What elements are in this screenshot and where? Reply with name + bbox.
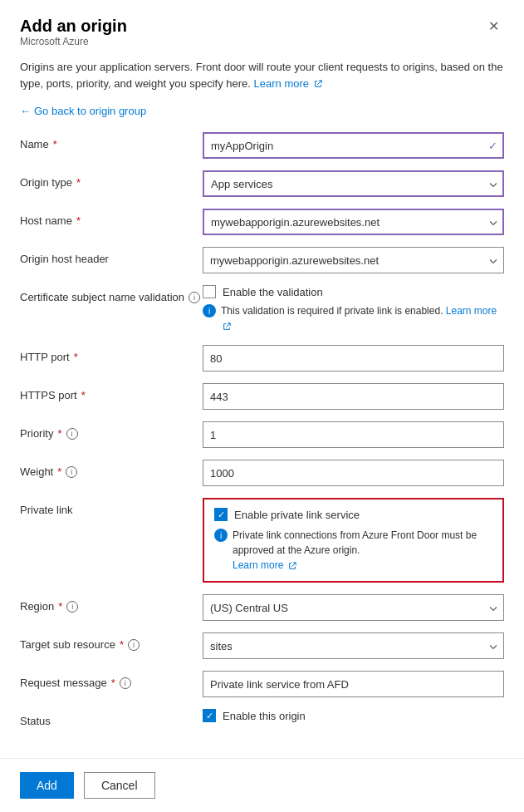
external-link-icon [314,80,322,88]
dialog-title: Add an origin [20,17,127,36]
origin-type-select[interactable]: App services [203,170,504,197]
host-name-label: Host name * [20,209,203,227]
name-required: * [53,138,57,150]
cert-validation-checkbox[interactable] [203,285,216,298]
region-control: (US) Central US [203,594,504,621]
cert-validation-info-text: This validation is required if private l… [221,303,504,333]
weight-row: Weight * i [20,460,504,486]
https-port-input[interactable] [203,383,504,410]
origin-type-control: App services [203,170,504,197]
priority-control [203,421,504,448]
target-sub-resource-control: sites [203,632,504,659]
http-port-input[interactable] [203,345,504,372]
add-button[interactable]: Add [20,772,74,799]
cert-validation-info-circle: i [203,304,216,317]
back-to-origin-group-link[interactable]: ← Go back to origin group [20,105,146,117]
priority-info-icon[interactable]: i [66,428,78,440]
cert-validation-row: Certificate subject name validation i En… [20,285,504,333]
target-sub-resource-row: Target sub resource * i sites [20,632,504,659]
http-port-control [203,345,504,372]
https-port-control [203,383,504,410]
private-link-checkbox[interactable]: ✓ [214,508,228,521]
weight-label: Weight * i [20,460,203,478]
region-label: Region * i [20,594,203,613]
https-port-row: HTTPS port * [20,383,504,410]
request-message-input[interactable] [203,671,504,697]
status-label: Status [20,709,203,727]
cert-validation-label: Certificate subject name validation i [20,285,203,303]
name-label: Name * [20,132,203,150]
region-row: Region * i (US) Central US [20,594,504,621]
host-name-row: Host name * mywebapporigin.azurewebsites… [20,209,504,235]
private-link-checkbox-label: Enable private link service [234,509,360,521]
private-link-info-circle: i [214,529,228,542]
name-control: myAppOrigin ✓ [203,132,504,159]
request-message-info-icon[interactable]: i [120,677,131,689]
origin-host-header-label: Origin host header [20,247,203,265]
name-select[interactable]: myAppOrigin [203,132,504,159]
host-name-select[interactable]: mywebapporigin.azurewebsites.net [203,209,504,235]
private-link-control: ✓ Enable private link service i Private … [203,498,504,583]
host-name-required: * [76,214,81,227]
weight-info-icon[interactable]: i [66,466,77,478]
cancel-button[interactable]: Cancel [84,772,155,799]
private-link-info-text: Private link connections from Azure Fron… [233,528,492,573]
weight-control [203,460,504,486]
region-required: * [58,600,62,613]
private-link-check-icon: ✓ [218,509,225,520]
request-message-row: Request message * i [20,671,504,697]
http-port-label: HTTP port * [20,345,203,363]
learn-more-link-1[interactable]: Learn more [254,77,322,90]
target-sub-resource-select[interactable]: sites [203,632,504,659]
weight-input[interactable] [203,460,504,486]
private-link-row: Private link ✓ Enable private link servi… [20,498,504,583]
origin-type-label: Origin type * [20,170,203,189]
target-sub-resource-required: * [120,638,124,651]
cert-validation-checkbox-label: Enable the validation [223,286,323,298]
target-sub-resource-info-icon[interactable]: i [128,639,140,651]
http-port-required: * [74,351,78,363]
dialog-footer: Add Cancel [0,758,524,812]
origin-host-header-select[interactable]: mywebapporigin.azurewebsites.net [203,247,504,273]
private-link-box: ✓ Enable private link service i Private … [203,498,504,583]
request-message-required: * [111,677,115,689]
close-button[interactable]: ✕ [483,17,504,36]
name-row: Name * myAppOrigin ✓ [20,132,504,159]
weight-required: * [57,465,61,478]
region-info-icon[interactable]: i [66,601,78,613]
host-name-control: mywebapporigin.azurewebsites.net [203,209,504,235]
origin-host-header-control: mywebapporigin.azurewebsites.net [203,247,504,273]
priority-required: * [57,427,61,440]
priority-label: Priority * i [20,421,203,440]
dialog-subtitle: Microsoft Azure [20,36,127,47]
origin-host-header-row: Origin host header mywebapporigin.azurew… [20,247,504,273]
status-checkbox-label: Enable this origin [223,710,306,722]
cert-validation-control: Enable the validation i This validation … [203,285,504,333]
origin-type-row: Origin type * App services [20,170,504,197]
status-check-icon: ✓ [206,711,213,721]
cert-validation-info-icon[interactable]: i [189,292,200,303]
status-row: Status ✓ Enable this origin [20,709,504,727]
region-select[interactable]: (US) Central US [203,594,504,621]
private-link-label: Private link [20,498,203,516]
https-port-label: HTTPS port * [20,383,203,401]
http-port-row: HTTP port * [20,345,504,372]
priority-input[interactable] [203,421,504,448]
private-link-external-icon [288,562,296,570]
priority-row: Priority * i [20,421,504,448]
private-link-learn-more-link[interactable]: Learn more [233,559,296,571]
https-port-required: * [81,389,86,401]
cert-learn-more-external-icon [223,322,231,331]
request-message-label: Request message * i [20,671,203,689]
status-control: ✓ Enable this origin [203,709,504,727]
origin-type-required: * [76,176,81,189]
request-message-control [203,671,504,697]
status-checkbox[interactable]: ✓ [203,709,216,722]
target-sub-resource-label: Target sub resource * i [20,632,203,651]
dialog-description: Origins are your application servers. Fr… [20,59,504,91]
